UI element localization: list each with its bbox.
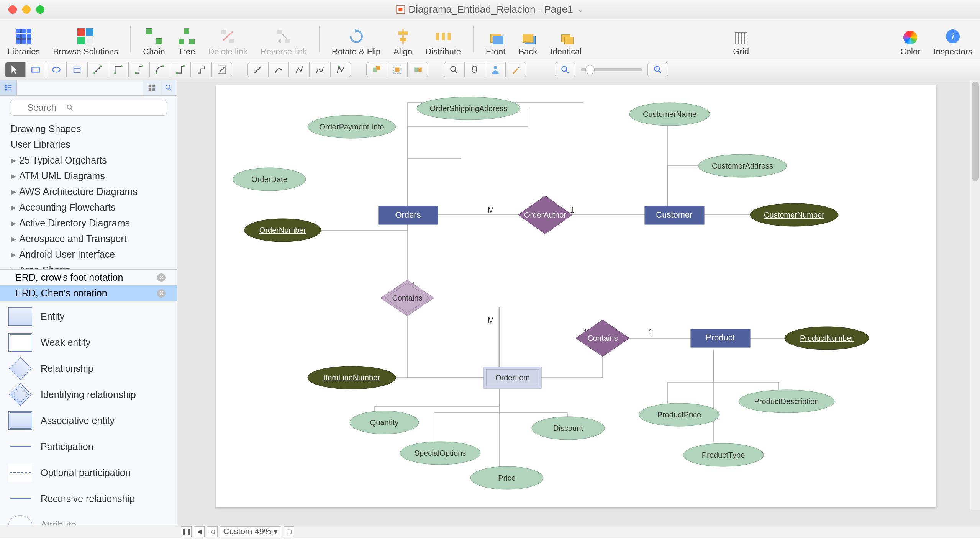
- delete-link-button[interactable]: Delete link: [205, 19, 251, 59]
- grid-view-icon[interactable]: [143, 80, 160, 95]
- attr-customername[interactable]: CustomerName: [629, 103, 710, 126]
- vertical-scrollbar[interactable]: [970, 80, 980, 510]
- entity-customer[interactable]: Customer: [645, 206, 704, 224]
- lib-orgcharts[interactable]: ▶25 Typical Orgcharts: [0, 152, 177, 168]
- libraries-button[interactable]: Libraries: [5, 19, 43, 59]
- zoom-slider[interactable]: [581, 68, 642, 71]
- attr-ordership[interactable]: OrderShippingAddress: [417, 97, 520, 120]
- lib-aws[interactable]: ▶AWS Architecture Diagrams: [0, 184, 177, 200]
- attr-price[interactable]: Price: [470, 466, 543, 489]
- zoom-dropdown[interactable]: Custom 49%▾: [220, 526, 281, 537]
- reverse-link-button[interactable]: Reverse link: [257, 19, 310, 59]
- back-button[interactable]: Back: [515, 19, 540, 59]
- browse-solutions-button[interactable]: Browse Solutions: [50, 19, 121, 59]
- inspectors-button[interactable]: iInspectors: [931, 19, 976, 59]
- prev-page-first[interactable]: ◀: [194, 526, 205, 537]
- search-input[interactable]: [10, 100, 167, 116]
- identical-button[interactable]: Identical: [547, 19, 585, 59]
- lib-active-directory[interactable]: ▶Active Directory Diagrams: [0, 215, 177, 231]
- grid-button[interactable]: Grid: [730, 19, 752, 59]
- shape-entity[interactable]: Entity: [0, 303, 177, 329]
- align-button[interactable]: Align: [390, 19, 415, 59]
- lib-atm-uml[interactable]: ▶ATM UML Diagrams: [0, 168, 177, 184]
- shape-optional-participation[interactable]: Optional participation: [0, 460, 177, 486]
- attr-discount[interactable]: Discount: [532, 417, 605, 440]
- entity-product[interactable]: Product: [691, 329, 750, 347]
- zoom-out-button[interactable]: [555, 62, 575, 77]
- next-page[interactable]: ▢: [284, 526, 294, 537]
- library-view-icon[interactable]: [0, 80, 17, 95]
- shape-recursive-relationship[interactable]: Recursive relationship: [0, 486, 177, 512]
- line-tool-1[interactable]: [247, 62, 268, 77]
- shape-identifying-relationship[interactable]: Identifying relationship: [0, 381, 177, 407]
- text-tool[interactable]: [67, 62, 87, 77]
- close-icon[interactable]: ✕: [157, 289, 166, 298]
- attr-quantity[interactable]: Quantity: [350, 411, 419, 434]
- attr-productnumber[interactable]: ProductNumber: [785, 327, 869, 350]
- rotate-flip-button[interactable]: Rotate & Flip: [329, 19, 383, 59]
- stencil-crowsfoot[interactable]: ERD, crow's foot notation✕: [0, 270, 177, 285]
- lib-area-charts[interactable]: ▶Area Charts: [0, 262, 177, 269]
- line-tool-2[interactable]: [268, 62, 289, 77]
- group-tool-2[interactable]: [387, 62, 408, 77]
- attr-productdescription[interactable]: ProductDescription: [739, 390, 834, 413]
- entity-orders[interactable]: Orders: [379, 206, 438, 224]
- shape-attribute[interactable]: Attribute: [0, 512, 177, 525]
- rect-tool[interactable]: [25, 62, 46, 77]
- attr-customeraddress[interactable]: CustomerAddress: [698, 154, 787, 177]
- distribute-button[interactable]: Distribute: [422, 19, 464, 59]
- pause-icon[interactable]: ❚❚: [181, 526, 192, 537]
- rel-contains-1[interactable]: Contains: [380, 280, 434, 316]
- shape-weak-entity[interactable]: Weak entity: [0, 329, 177, 355]
- attr-orderdate[interactable]: OrderDate: [233, 168, 306, 191]
- connector-7[interactable]: [211, 62, 232, 77]
- canvas-area[interactable]: M 1 1 M 1 1 Orders Customer OrderItem Pr…: [177, 80, 980, 525]
- attr-specialoptions[interactable]: SpecialOptions: [400, 442, 480, 465]
- shape-associative-entity[interactable]: Associative entity: [0, 407, 177, 434]
- group-tool-1[interactable]: [366, 62, 387, 77]
- zoom-tool[interactable]: [444, 62, 464, 77]
- front-button[interactable]: Front: [483, 19, 508, 59]
- line-tool-3[interactable]: [289, 62, 310, 77]
- shape-participation[interactable]: Participation: [0, 434, 177, 460]
- color-button[interactable]: Color: [897, 19, 924, 59]
- attr-producttype[interactable]: ProductType: [683, 443, 764, 466]
- person-tool[interactable]: [485, 62, 506, 77]
- line-tool-5[interactable]: [330, 62, 351, 77]
- tree-button[interactable]: Tree: [175, 19, 198, 59]
- connector-4[interactable]: [149, 62, 170, 77]
- lib-user-libraries[interactable]: User Libraries: [0, 137, 177, 152]
- close-icon[interactable]: ✕: [157, 273, 166, 282]
- entity-orderitem[interactable]: OrderItem: [484, 367, 541, 388]
- lib-aerospace[interactable]: ▶Aerospace and Transport: [0, 231, 177, 247]
- connector-5[interactable]: [170, 62, 191, 77]
- connector-6[interactable]: [191, 62, 211, 77]
- minimize-icon[interactable]: [22, 5, 31, 14]
- connector-3[interactable]: [129, 62, 149, 77]
- group-tool-3[interactable]: [408, 62, 428, 77]
- pointer-tool[interactable]: [5, 62, 25, 77]
- search-view-icon[interactable]: [160, 80, 177, 95]
- attr-orderpayment[interactable]: OrderPayment Info: [308, 115, 396, 138]
- rel-orderauthor[interactable]: OrderAuthor: [518, 196, 572, 234]
- connector-2[interactable]: [108, 62, 129, 77]
- stencil-chen[interactable]: ERD, Chen's notation✕: [0, 285, 177, 301]
- attr-customernumber[interactable]: CustomerNumber: [750, 203, 838, 226]
- shape-relationship[interactable]: Relationship: [0, 355, 177, 381]
- chain-button[interactable]: Chain: [140, 19, 168, 59]
- hand-tool[interactable]: [464, 62, 485, 77]
- chevron-down-icon[interactable]: ⌄: [577, 5, 584, 15]
- canvas-page[interactable]: M 1 1 M 1 1 Orders Customer OrderItem Pr…: [216, 85, 936, 507]
- close-icon[interactable]: [8, 5, 17, 14]
- rel-contains-2[interactable]: Contains: [576, 320, 629, 357]
- line-tool-4[interactable]: [310, 62, 330, 77]
- maximize-icon[interactable]: [36, 5, 44, 14]
- ellipse-tool[interactable]: [46, 62, 67, 77]
- lib-accounting[interactable]: ▶Accounting Flowcharts: [0, 200, 177, 215]
- connector-1[interactable]: [87, 62, 108, 77]
- pencil-tool[interactable]: [506, 62, 526, 77]
- lib-android[interactable]: ▶Android User Interface: [0, 247, 177, 262]
- attr-productprice[interactable]: ProductPrice: [639, 403, 719, 426]
- zoom-in-button[interactable]: [647, 62, 668, 77]
- lib-drawing-shapes[interactable]: Drawing Shapes: [0, 121, 177, 137]
